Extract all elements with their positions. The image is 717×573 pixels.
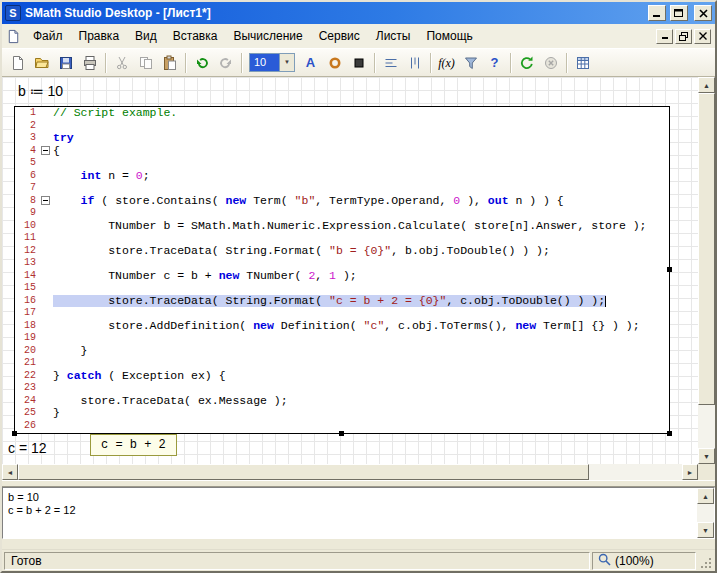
code-line-5[interactable]: 5 [15,157,669,170]
code-line-17[interactable]: 17 [15,307,669,320]
cut-button[interactable] [110,52,133,74]
close-button[interactable] [694,5,712,21]
code-line-19[interactable]: 19 [15,332,669,345]
font-size-combo[interactable]: 10▼ [249,53,295,72]
code-line-1[interactable]: 1// Script example. [15,107,669,120]
fold-margin [40,257,53,270]
align-horizontal-button[interactable] [379,52,402,74]
horizontal-scroll-track[interactable] [18,464,682,480]
toolbar-separator [185,53,186,73]
save-button[interactable] [54,52,77,74]
menu-item-7[interactable]: Листы [368,26,419,46]
horizontal-scroll-thumb[interactable] [18,464,589,480]
combo-dropdown-icon[interactable]: ▼ [279,54,294,71]
code-line-18[interactable]: 18 store.AddDefinition( new Definition( … [15,320,669,333]
border-ring-button[interactable] [323,52,346,74]
output-scroll-up-icon[interactable]: ▲ [697,488,714,504]
code-line-16[interactable]: 16 store.TraceData( String.Format( "c = … [15,295,669,308]
zoom-control[interactable]: (100%) [592,552,696,570]
mdi-restore-button[interactable] [675,29,692,44]
redo-button[interactable] [214,52,237,74]
code-line-12[interactable]: 12 store.TraceData( String.Format( "b = … [15,245,669,258]
recalculate-button[interactable] [515,52,538,74]
vertical-scroll-track[interactable] [698,93,715,448]
menu-item-4[interactable]: Вставка [165,26,226,46]
code-line-6[interactable]: 6 int n = 0; [15,170,669,183]
worksheet-vertical-scrollbar[interactable]: ▲ ▼ [698,77,715,464]
menu-item-8[interactable]: Помощь [418,26,480,46]
open-button[interactable] [30,52,53,74]
resize-grip[interactable] [698,552,713,570]
scroll-down-icon[interactable]: ▼ [698,448,715,464]
line-number: 9 [15,207,40,220]
filter-button[interactable] [459,52,482,74]
code-line-7[interactable]: 7 [15,182,669,195]
background-square-button[interactable] [347,52,370,74]
toolbar-separator [566,53,567,73]
code-line-22[interactable]: 22} catch ( Exception ex) { [15,370,669,383]
math-region-c-box[interactable]: c = b + 2 [90,434,177,456]
code-line-23[interactable]: 23 [15,382,669,395]
code-region[interactable]: 1// Script example.23try4{56 int n = 0;7… [14,106,670,434]
code-line-2[interactable]: 2 [15,120,669,133]
code-line-21[interactable]: 21 [15,357,669,370]
code-line-14[interactable]: 14 TNumber c = b + new TNumber( 2, 1 ); [15,270,669,283]
menu-item-3[interactable]: Вид [127,26,165,46]
resize-handle-bottom-right[interactable] [667,431,672,436]
menu-item-5[interactable]: Вычисление [225,26,310,46]
new-sheet-button[interactable] [6,52,29,74]
code-line-15[interactable]: 15 [15,282,669,295]
code-line-20[interactable]: 20 } [15,345,669,358]
math-region-c-evaluation[interactable]: c = 12 [8,440,47,456]
minimize-button[interactable] [648,5,666,21]
units-table-button[interactable] [571,52,594,74]
code-line-24[interactable]: 24 store.TraceData( ex.Message ); [15,395,669,408]
code-line-25[interactable]: 25} [15,407,669,420]
output-scroll-track[interactable] [697,504,714,522]
copy-button[interactable] [134,52,157,74]
resize-handle-right[interactable] [667,267,672,272]
menu-item-2[interactable]: Правка [71,26,128,46]
scroll-up-icon[interactable]: ▲ [698,77,715,93]
print-button[interactable] [78,52,101,74]
mdi-minimize-button[interactable] [656,29,673,44]
fold-margin [40,232,53,245]
code-line-9[interactable]: 9 [15,207,669,220]
align-vertical-button[interactable] [403,52,426,74]
function-button[interactable]: f(x) [435,52,458,74]
output-splitter[interactable] [2,480,715,487]
scroll-left-icon[interactable]: ◄ [2,464,18,480]
mdi-close-button[interactable] [694,29,711,44]
magnifier-icon [598,553,611,569]
line-number: 3 [15,132,40,145]
worksheet-horizontal-scrollbar[interactable]: ◄ ► [2,464,698,480]
code-line-10[interactable]: 10 TNumber b = SMath.Math.Numeric.Expres… [15,220,669,233]
help-button[interactable]: ? [483,52,506,74]
output-scrollbar[interactable]: ▲ ▼ [697,488,714,538]
code-line-3[interactable]: 3try [15,132,669,145]
title-bar: S SMath Studio Desktop - [Лист1*] [2,2,715,24]
resize-handle-bottom[interactable] [339,431,344,436]
output-scroll-down-icon[interactable]: ▼ [697,522,714,538]
paste-button[interactable] [158,52,181,74]
code-line-13[interactable]: 13 [15,257,669,270]
worksheet-canvas[interactable]: b ≔ 10 1// Script example.23try4{56 int … [2,77,698,464]
code-editor[interactable]: 1// Script example.23try4{56 int n = 0;7… [14,106,670,434]
maximize-button[interactable] [670,5,688,21]
interrupt-button[interactable] [539,52,562,74]
scroll-right-icon[interactable]: ► [682,464,698,480]
vertical-scroll-thumb[interactable] [698,93,715,405]
fold-collapse-icon[interactable] [41,146,50,155]
font-color-button[interactable]: A [299,52,322,74]
code-line-4[interactable]: 4{ [15,145,669,158]
code-line-11[interactable]: 11 [15,232,669,245]
menu-item-1[interactable]: Файл [25,26,71,46]
fold-collapse-icon[interactable] [41,196,50,205]
resize-handle-bottom-left[interactable] [12,431,17,436]
fold-margin [40,282,53,295]
code-line-8[interactable]: 8 if ( store.Contains( new Term( "b", Te… [15,195,669,208]
line-number: 22 [15,370,40,383]
undo-button[interactable] [190,52,213,74]
menu-item-6[interactable]: Сервис [311,26,368,46]
math-region-b-definition[interactable]: b ≔ 10 [18,83,63,99]
